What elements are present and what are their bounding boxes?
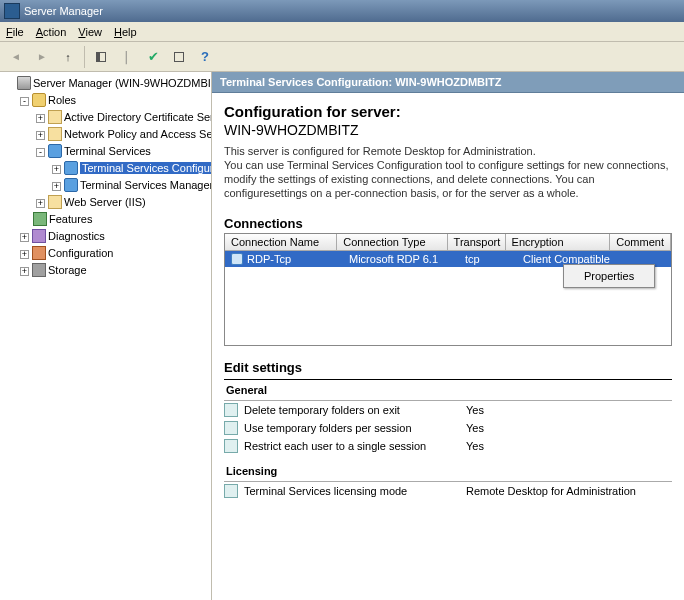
expand-icon[interactable]: + xyxy=(20,233,29,242)
server-icon xyxy=(17,76,31,90)
col-transport[interactable]: Transport xyxy=(448,234,506,250)
connections-grid[interactable]: Connection Name Connection Type Transpor… xyxy=(224,233,672,346)
col-connection-type[interactable]: Connection Type xyxy=(337,234,447,250)
col-encryption[interactable]: Encryption xyxy=(506,234,611,250)
terminal-services-icon xyxy=(48,144,62,158)
setting-use-temp-folders[interactable]: Use temporary folders per session Yes xyxy=(224,419,672,437)
general-heading: General xyxy=(224,380,672,401)
diagnostics-icon xyxy=(32,229,46,243)
features-icon xyxy=(33,212,47,226)
app-icon xyxy=(4,3,20,19)
setting-licensing-mode[interactable]: Terminal Services licensing mode Remote … xyxy=(224,482,672,500)
help-button[interactable]: ? xyxy=(193,45,217,69)
tree-roles[interactable]: -Roles +Active Directory Certificate Ser… xyxy=(20,92,211,211)
tree-root[interactable]: Server Manager (WIN-9WHOZDMBITZ) -Roles … xyxy=(4,75,211,279)
content-header: Terminal Services Configuration: WIN-9WH… xyxy=(212,72,684,93)
toolbar-item[interactable] xyxy=(115,45,139,69)
expand-icon[interactable]: + xyxy=(36,114,45,123)
expand-icon[interactable]: + xyxy=(52,182,61,191)
toolbar-item-2[interactable] xyxy=(167,45,191,69)
window-title: Server Manager xyxy=(24,5,103,17)
navigation-tree[interactable]: Server Manager (WIN-9WHOZDMBITZ) -Roles … xyxy=(0,72,212,600)
licensing-heading: Licensing xyxy=(224,461,672,482)
setting-icon xyxy=(224,403,238,417)
menu-file[interactable]: FFileile xyxy=(6,26,24,38)
toolbar-panel-button[interactable] xyxy=(89,45,113,69)
tree-storage[interactable]: +Storage xyxy=(20,262,211,279)
server-description: This server is configured for Remote Des… xyxy=(224,144,672,200)
server-name: WIN-9WHOZDMBITZ xyxy=(224,122,672,138)
tree-adcs[interactable]: +Active Directory Certificate Serv xyxy=(36,109,211,126)
tree-iis[interactable]: +Web Server (IIS) xyxy=(36,194,211,211)
toolbar-checklist-button[interactable]: ✔ xyxy=(141,45,165,69)
tree-ts-config[interactable]: +Terminal Services Configura xyxy=(52,160,211,177)
setting-delete-temp-folders[interactable]: Delete temporary folders on exit Yes xyxy=(224,401,672,419)
setting-restrict-session[interactable]: Restrict each user to a single session Y… xyxy=(224,437,672,455)
iis-icon xyxy=(48,195,62,209)
tree-configuration[interactable]: +Configuration xyxy=(20,245,211,262)
config-for-heading: Configuration for server: xyxy=(224,103,672,120)
roles-icon xyxy=(32,93,46,107)
nav-back-button[interactable] xyxy=(4,45,28,69)
toolbar-separator xyxy=(84,46,85,68)
setting-icon xyxy=(224,439,238,453)
context-menu[interactable]: Properties xyxy=(563,264,655,288)
tree-ts[interactable]: -Terminal Services +Terminal Services Co… xyxy=(36,143,211,194)
menu-action[interactable]: Action xyxy=(36,26,67,38)
expand-icon[interactable]: + xyxy=(36,199,45,208)
menu-view[interactable]: View xyxy=(78,26,102,38)
nav-forward-button[interactable] xyxy=(30,45,54,69)
tree-ts-manager[interactable]: +Terminal Services Manager xyxy=(52,177,211,194)
expand-icon[interactable]: + xyxy=(52,165,61,174)
grid-header: Connection Name Connection Type Transpor… xyxy=(225,234,671,251)
connections-heading: Connections xyxy=(224,216,672,231)
context-properties[interactable]: Properties xyxy=(570,267,648,285)
tree-diagnostics[interactable]: +Diagnostics xyxy=(20,228,211,245)
expand-icon[interactable]: + xyxy=(20,267,29,276)
menu-help[interactable]: Help xyxy=(114,26,137,38)
storage-icon xyxy=(32,263,46,277)
connection-row[interactable]: RDP-Tcp Microsoft RDP 6.1 tcp Client Com… xyxy=(225,251,671,267)
edit-settings-heading: Edit settings xyxy=(224,360,672,375)
configuration-icon xyxy=(32,246,46,260)
setting-icon xyxy=(224,421,238,435)
expand-icon[interactable]: + xyxy=(36,131,45,140)
toolbar: ✔ ? xyxy=(0,42,684,72)
folder-icon xyxy=(48,110,62,124)
folder-icon xyxy=(48,127,62,141)
col-connection-name[interactable]: Connection Name xyxy=(225,234,337,250)
col-comment[interactable]: Comment xyxy=(610,234,671,250)
ts-manager-icon xyxy=(64,178,78,192)
tree-npas[interactable]: +Network Policy and Access Serv xyxy=(36,126,211,143)
setting-icon xyxy=(224,484,238,498)
connection-icon xyxy=(231,253,243,265)
nav-up-button[interactable] xyxy=(56,45,80,69)
ts-config-icon xyxy=(64,161,78,175)
collapse-icon[interactable]: - xyxy=(36,148,45,157)
collapse-icon[interactable]: - xyxy=(20,97,29,106)
window-titlebar: Server Manager xyxy=(0,0,684,22)
content-pane: Terminal Services Configuration: WIN-9WH… xyxy=(212,72,684,600)
menubar: FFileile Action View Help xyxy=(0,22,684,42)
tree-features[interactable]: Features xyxy=(20,211,211,228)
expand-icon[interactable]: + xyxy=(20,250,29,259)
